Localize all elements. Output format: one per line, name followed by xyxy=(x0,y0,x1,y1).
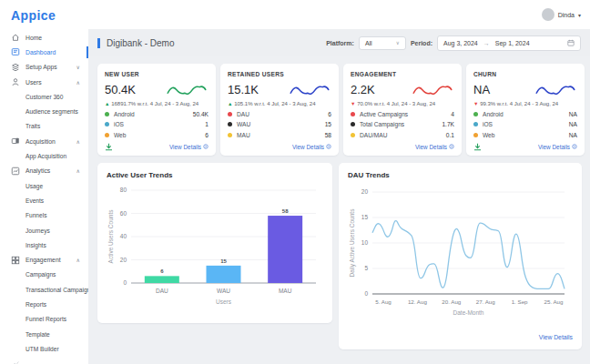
sidebar-nav: Home Dashboard Setup Apps ∨ Users ∧ Cust… xyxy=(0,30,88,364)
trend-arrow-icon: ▼ xyxy=(351,101,355,106)
view-details-link[interactable]: View Details xyxy=(348,334,573,340)
filters: Platform: All ∨ Period: Aug 3, 2024 → Se… xyxy=(326,35,581,51)
sidebar-item-insights[interactable]: Insights xyxy=(0,238,88,252)
view-details-link[interactable]: View Details xyxy=(538,144,577,150)
svg-text:80: 80 xyxy=(120,187,127,193)
svg-text:15: 15 xyxy=(361,214,369,220)
range-arrow-icon: → xyxy=(483,40,490,46)
svg-text:DAU: DAU xyxy=(156,288,168,294)
metric-row-dau: DAU6 xyxy=(228,111,331,117)
svg-text:12. Aug: 12. Aug xyxy=(408,298,428,305)
sidebar-item-customer-360[interactable]: Customer 360 xyxy=(0,89,88,104)
sidebar-item-utm-builder[interactable]: UTM Builder xyxy=(0,341,88,356)
svg-text:Users: Users xyxy=(216,298,232,305)
metric-row-active-campaigns: Active Campaigns4 xyxy=(351,111,454,117)
sidebar-item-setup-apps[interactable]: Setup Apps ∨ xyxy=(0,60,88,75)
svg-text:60: 60 xyxy=(120,209,127,216)
view-details-icon xyxy=(326,144,331,149)
web-icon xyxy=(473,133,478,137)
view-details-icon xyxy=(203,144,209,149)
view-details-link[interactable]: View Details xyxy=(415,144,454,150)
platform-label: Platform: xyxy=(326,40,354,46)
avatar[interactable] xyxy=(542,8,554,21)
svg-text:20. Aug: 20. Aug xyxy=(442,298,462,305)
chart-title: Active User Trends xyxy=(107,171,323,179)
platform-value: All xyxy=(365,40,372,46)
chevron-down-icon[interactable]: ∨ xyxy=(76,64,80,70)
sidebar-item-campaigns[interactable]: Campaigns xyxy=(0,268,88,282)
chevron-up-icon[interactable]: ∧ xyxy=(76,167,80,174)
period-label: Period: xyxy=(411,40,432,46)
sidebar-item-events[interactable]: Events xyxy=(0,193,88,207)
chevron-up-icon[interactable]: ∧ xyxy=(76,257,80,263)
metric-row-wau: WAU15 xyxy=(228,121,331,127)
home-icon xyxy=(10,33,20,43)
svg-text:0: 0 xyxy=(364,290,368,297)
view-details-link[interactable]: View Details xyxy=(169,144,209,150)
metric-row-android: AndroidNA xyxy=(473,111,577,117)
download-icon[interactable] xyxy=(105,143,113,151)
trend-arrow-icon: ▲ xyxy=(105,101,109,106)
calendar-icon[interactable] xyxy=(567,39,575,47)
card-value: 50.4K xyxy=(105,83,136,96)
dau-trends-chart: 051015205. Aug12. Aug20. Aug27. Aug1. Se… xyxy=(348,183,571,327)
view-details-icon xyxy=(449,144,454,149)
card-title: RETAINED USERS xyxy=(228,71,331,77)
period-range-input[interactable]: Aug 3, 2024 → Sep 1, 2024 xyxy=(437,35,581,51)
user-menu-caret-icon[interactable]: ▾ xyxy=(578,12,581,18)
sidebar-item-users[interactable]: Users ∧ xyxy=(0,75,88,89)
sidebar-item-transactional-campaigns[interactable]: Transactional Campaigns xyxy=(0,282,88,297)
sidebar-item-usage[interactable]: Usage xyxy=(0,178,88,193)
view-details-link[interactable]: View Details xyxy=(292,144,331,150)
metric-row-ios: iOSNA xyxy=(473,121,577,127)
sidebar-item-traits[interactable]: Traits xyxy=(0,119,88,134)
svg-text:Daily Active Users Counts: Daily Active Users Counts xyxy=(349,208,356,278)
sidebar-item-journeys[interactable]: Journeys xyxy=(0,223,88,238)
dau-trends-card: DAU Trends 051015205. Aug12. Aug20. Aug2… xyxy=(339,163,582,349)
delta-text: ▲ 105.1% w.r.t. 4 Jul, 24 - 3 Aug, 24 xyxy=(228,101,331,106)
sidebar-item-reports[interactable]: Reports xyxy=(0,297,88,311)
sidebar-item-home[interactable]: Home xyxy=(0,30,88,45)
chevron-down-icon: ∨ xyxy=(396,40,400,46)
svg-text:5. Aug: 5. Aug xyxy=(375,298,392,305)
sidebar-item-audience-segments[interactable]: Audience segments xyxy=(0,104,88,118)
total-campaigns-dot-icon xyxy=(351,122,355,126)
sidebar-item-engagement[interactable]: Engagement ∧ xyxy=(0,252,88,267)
kpi-card-new-user: NEW USER 50.4K ▲ 16891.7% w.r.t. 4 Jul, … xyxy=(97,64,216,156)
sidebar-item-analytics[interactable]: Analytics ∧ xyxy=(0,164,88,178)
sidebar-item-acquisition[interactable]: Acquisition ∧ xyxy=(0,134,88,148)
platform-select[interactable]: All ∨ xyxy=(359,36,406,50)
metric-row-ios: iOS1 xyxy=(105,121,209,127)
download-icon[interactable] xyxy=(473,143,482,151)
page-header: Digibank - Demo Platform: All ∨ Period: … xyxy=(88,29,590,56)
setup-apps-icon xyxy=(10,62,20,72)
delta-text: ▲ 16891.7% w.r.t. 4 Jul, 24 - 3 Aug, 24 xyxy=(105,101,209,106)
active-user-trends-card: Active User Trends 0204060806DAU15WAU58M… xyxy=(97,163,332,323)
svg-text:MAU: MAU xyxy=(279,288,292,294)
svg-text:58: 58 xyxy=(282,208,289,214)
sidebar-item-funnel-reports[interactable]: Funnel Reports xyxy=(0,312,88,327)
dashboard-icon xyxy=(10,47,20,57)
sidebar-item-partial[interactable] xyxy=(0,357,88,364)
card-value: 15.1K xyxy=(228,83,259,96)
users-icon xyxy=(10,77,20,87)
sparkline-chart xyxy=(288,82,331,97)
svg-text:40: 40 xyxy=(120,233,127,239)
sidebar-item-template[interactable]: Template xyxy=(0,327,88,341)
kpi-card-engagement: ENGAGEMENT 2.2K ▼ 70.0% w.r.t. 4 Jul, 24… xyxy=(343,64,462,156)
sidebar-item-app-acquisition[interactable]: App Acquisition xyxy=(0,148,88,163)
chevron-up-icon[interactable]: ∧ xyxy=(76,138,80,145)
sidebar-item-dashboard[interactable]: Dashboard xyxy=(0,45,88,59)
user-name[interactable]: Dinda xyxy=(558,12,575,18)
web-icon xyxy=(105,133,109,137)
metric-row-mau: MAU58 xyxy=(228,132,331,138)
metric-row-android: Android50.4K xyxy=(105,111,209,117)
sparkline-chart xyxy=(411,82,454,97)
dau-dot-icon xyxy=(228,112,232,116)
sidebar-item-label: Dashboard xyxy=(25,49,56,56)
sparkline-chart xyxy=(165,82,209,97)
card-value: NA xyxy=(473,83,490,96)
metric-row-total-campaigns: Total Campaigns1.7K xyxy=(351,121,454,127)
chevron-up-icon[interactable]: ∧ xyxy=(76,79,80,86)
sidebar-item-funnels[interactable]: Funnels xyxy=(0,208,88,223)
